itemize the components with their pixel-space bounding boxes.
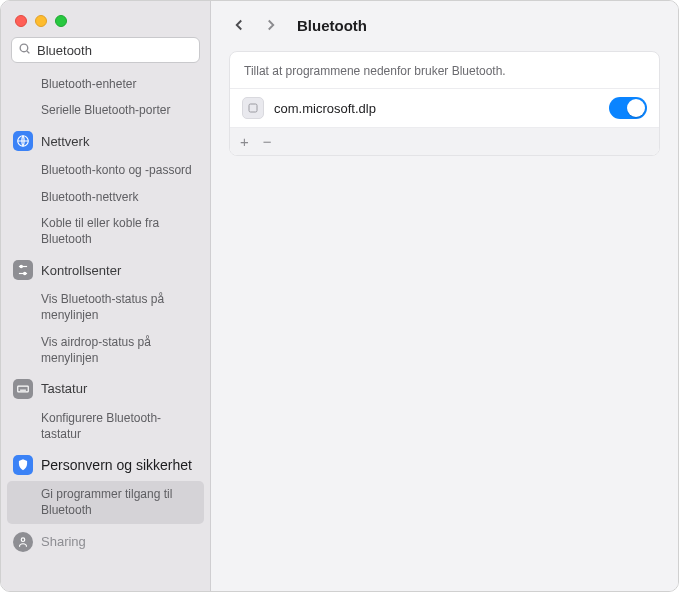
svg-rect-7 (18, 386, 29, 392)
sidebar-head-keyboard[interactable]: Tastatur (7, 373, 204, 405)
app-row: com.microsoft.dlp (230, 89, 659, 127)
sidebar-section-network: Nettverk Bluetooth-konto og -passord Blu… (7, 125, 204, 252)
svg-rect-10 (249, 104, 257, 112)
sliders-icon (13, 260, 33, 280)
sidebar-section-privacy: Personvern og sikkerhet Gi programmer ti… (7, 449, 204, 523)
sidebar-section-sharing: Sharing (7, 526, 204, 558)
sidebar-item-bt-account[interactable]: Bluetooth-konto og -passord (7, 157, 204, 183)
close-window-button[interactable] (15, 15, 27, 27)
search-field[interactable]: ✕ (11, 37, 200, 63)
sidebar-section-keyboard: Tastatur Konfigurere Bluetooth-tastatur (7, 373, 204, 447)
sidebar-head-privacy[interactable]: Personvern og sikkerhet (7, 449, 204, 481)
sidebar-item-bt-connect[interactable]: Koble til eller koble fra Bluetooth (7, 210, 204, 252)
sidebar-head-privacy-label: Personvern og sikkerhet (41, 457, 192, 473)
window-controls (1, 1, 210, 37)
sidebar-head-network-label: Nettverk (41, 134, 89, 149)
apps-card-description: Tillat at programmene nedenfor bruker Bl… (230, 52, 659, 89)
svg-line-1 (27, 51, 29, 53)
apps-card-footer: + − (230, 127, 659, 155)
nav-back-button[interactable] (229, 15, 249, 35)
search-input[interactable] (37, 43, 205, 58)
sidebar-item-bt-keyboard[interactable]: Konfigurere Bluetooth-tastatur (7, 405, 204, 447)
sidebar-item-bluetooth-devices[interactable]: Bluetooth-enheter (7, 71, 204, 97)
sidebar-head-keyboard-label: Tastatur (41, 381, 87, 396)
sidebar-item-airdrop-menubar[interactable]: Vis airdrop-status på menylinjen (7, 329, 204, 371)
sidebar-item-bt-access[interactable]: Gi programmer tilgang til Bluetooth (7, 481, 204, 523)
sidebar-head-control-center[interactable]: Kontrollsenter (7, 254, 204, 286)
sidebar: ✕ Bluetooth-enheter Serielle Bluetooth-p… (1, 1, 211, 591)
nav-forward-button[interactable] (261, 15, 281, 35)
svg-point-4 (20, 265, 22, 267)
app-generic-icon (242, 97, 264, 119)
app-row-label: com.microsoft.dlp (274, 101, 599, 116)
content-header: Bluetooth (211, 1, 678, 45)
page-title: Bluetooth (297, 17, 367, 34)
content-pane: Bluetooth Tillat at programmene nedenfor… (211, 1, 678, 591)
zoom-window-button[interactable] (55, 15, 67, 27)
sidebar-head-sharing-label: Sharing (41, 534, 86, 549)
keyboard-icon (13, 379, 33, 399)
sidebar-head-sharing[interactable]: Sharing (7, 526, 204, 558)
add-app-button[interactable]: + (240, 134, 249, 149)
sidebar-head-control-center-label: Kontrollsenter (41, 263, 121, 278)
sidebar-item-serial-ports[interactable]: Serielle Bluetooth-porter (7, 97, 204, 123)
search-icon (18, 41, 31, 59)
remove-app-button[interactable]: − (263, 134, 272, 149)
svg-point-9 (21, 538, 25, 542)
svg-point-0 (20, 44, 28, 52)
hand-privacy-icon (13, 455, 33, 475)
content-body: Tillat at programmene nedenfor bruker Bl… (211, 45, 678, 162)
sidebar-item-bt-menubar[interactable]: Vis Bluetooth-status på menylinjen (7, 286, 204, 328)
sidebar-item-bt-network[interactable]: Bluetooth-nettverk (7, 184, 204, 210)
svg-point-6 (24, 272, 26, 274)
minimize-window-button[interactable] (35, 15, 47, 27)
sidebar-head-network[interactable]: Nettverk (7, 125, 204, 157)
search-container: ✕ (1, 37, 210, 71)
sharing-icon (13, 532, 33, 552)
globe-icon (13, 131, 33, 151)
settings-window: ✕ Bluetooth-enheter Serielle Bluetooth-p… (0, 0, 679, 592)
app-row-toggle[interactable] (609, 97, 647, 119)
sidebar-scroll: Bluetooth-enheter Serielle Bluetooth-por… (1, 71, 210, 591)
apps-card: Tillat at programmene nedenfor bruker Bl… (229, 51, 660, 156)
sidebar-section-control-center: Kontrollsenter Vis Bluetooth-status på m… (7, 254, 204, 371)
